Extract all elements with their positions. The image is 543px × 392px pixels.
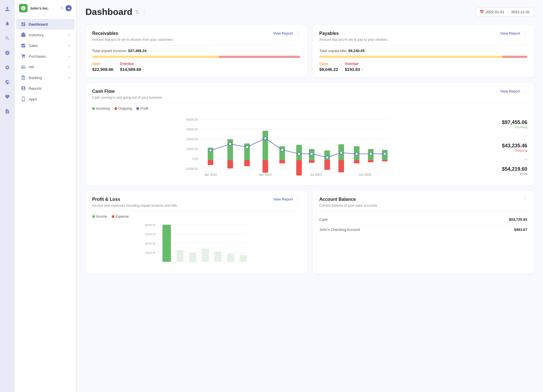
receivables-open-amount: $22,908.66 [92,67,113,72]
account-amount-checking: $493.67 [514,227,527,232]
payables-view-report[interactable]: View Report [500,31,520,35]
title-controls[interactable]: ⇅ ⋮ [135,9,147,15]
chevron-down-icon: ▾ [69,66,70,69]
pl-header: Profit & Loss View Report ⋮ [92,197,300,202]
chevron-down-icon: ▾ [69,33,70,37]
svg-point-39 [264,137,267,140]
account-row-checking: John's Checking Account $493.67 [319,225,527,235]
receivables-menu[interactable]: ⋮ [296,31,300,36]
nav-label-dashboard: Dashboard [29,22,70,26]
pl-subtitle: Income and expenses including unpaid inv… [92,204,300,208]
receivables-overdue-amount: $14,589.68 ▾ [120,67,144,72]
svg-rect-29 [338,160,344,172]
ab-menu[interactable]: ⋮ [523,197,527,202]
bell-icon[interactable] [3,19,12,28]
date-range-picker[interactable]: 📅 2022-01-01 - 2022-12-31 [475,7,534,17]
receivables-subtitle: Amount that you're yet to receive from y… [92,38,300,42]
globe-icon[interactable] [3,78,12,87]
sidebar-item-banking[interactable]: Banking ▾ [16,72,74,83]
cash-flow-menu[interactable]: ⋮ [523,89,527,94]
svg-text:20000.00: 20000.00 [186,138,198,141]
svg-point-42 [310,152,313,155]
svg-text:Oct 2022: Oct 2022 [359,173,372,176]
svg-point-43 [326,156,329,159]
outgoing-dot [114,107,117,110]
ab-header: Account Balance ⋮ [319,197,527,202]
expand-button[interactable]: ◀ [65,5,72,11]
sidebar: John's Inc. ⇅ ◀ Dashboard Inventory ▾ Sa… [15,0,76,392]
sidebar-item-apps[interactable]: Apps [16,94,74,104]
pl-legend: Income Expense [92,215,300,218]
receivables-overdue: Overdue $14,589.68 ▾ [120,62,144,72]
search-icon[interactable] [3,34,12,43]
svg-text:60000.00: 60000.00 [145,224,155,226]
profit-loss-card: Profit & Loss View Report ⋮ Income and e… [85,191,307,274]
svg-rect-13 [208,160,213,165]
document-icon[interactable] [3,107,12,116]
profit-stat: $54,219.60 Profit [491,166,527,175]
more-options-icon[interactable]: ⋮ [142,9,147,15]
svg-rect-23 [296,160,302,175]
main-header: Dashboard ⇅ ⋮ 📅 2022-01-01 - 2022-12-31 [85,7,534,17]
svg-rect-17 [244,160,250,166]
sort-icon[interactable]: ⇅ [135,9,139,15]
svg-rect-27 [324,160,330,170]
cash-flow-header: Cash Flow View Report ⋮ [92,89,527,94]
chart-legend: Incoming Outgoing Profit [92,107,486,111]
account-name-checking: John's Checking Account [319,227,360,232]
payables-subtitle: Amount that you're yet to pay to your ve… [319,38,527,42]
chart-side-stats: $97,455.06 Incoming — $43,235.46 Outgoin… [491,107,527,180]
account-row-cash: Cash $53,725.93 [319,215,527,225]
nav-label-reports: Reports [29,86,70,91]
settings-icon[interactable] [3,63,12,72]
svg-rect-61 [162,225,171,262]
sidebar-item-reports[interactable]: Reports [16,83,74,94]
payables-open-amount: $9,046.22 [319,67,338,72]
payables-overdue: Overdue $193.83 ▾ [345,62,363,72]
payables-card: Payables View Report ⋮ Amount that you'r… [313,25,534,77]
sidebar-item-hr[interactable]: HR ▾ [16,62,74,72]
nav-label-purchases: Purchases [29,54,66,58]
svg-point-44 [340,151,343,154]
cash-flow-view-report[interactable]: View Report [500,89,520,93]
bottom-cards: Profit & Loss View Report ⋮ Income and e… [85,191,534,274]
svg-text:30000.00: 30000.00 [186,128,198,131]
pl-menu[interactable]: ⋮ [296,197,300,202]
heart-icon[interactable] [3,92,12,101]
pl-view-report[interactable]: View Report [273,197,293,201]
payables-overdue-amount: $193.83 ▾ [345,67,363,72]
cash-flow-actions: View Report ⋮ [500,89,527,94]
sidebar-item-dashboard[interactable]: Dashboard [16,19,74,30]
receivables-view-report[interactable]: View Report [273,31,293,35]
svg-rect-35 [382,160,388,161]
date-start: 2022-01-01 [486,10,504,14]
date-separator: - [507,10,508,14]
chart-main: Incoming Outgoing Profit [92,107,486,180]
svg-rect-18 [263,131,268,160]
pl-title: Profit & Loss [92,197,120,202]
nav-label-inventory: Inventory [29,33,66,37]
overdue-dropdown-icon[interactable]: ▾ [361,68,363,71]
date-end: 2022-12-31 [511,10,530,14]
sidebar-item-sales[interactable]: Sales ▾ [16,40,74,51]
person-icon[interactable] [3,4,12,13]
company-switcher[interactable]: ⇅ [60,6,63,10]
svg-point-36 [209,149,212,152]
receivables-card: Receivables View Report ⋮ Amount that yo… [85,25,307,77]
sidebar-item-inventory[interactable]: Inventory ▾ [16,30,74,40]
ab-actions: ⋮ [523,197,527,202]
receivables-total: Total unpaid invoices: $37,498.34 [92,49,300,53]
sidebar-item-purchases[interactable]: Purchases ▾ [16,51,74,62]
svg-rect-15 [227,160,233,168]
svg-rect-21 [279,160,285,163]
receivables-overdue-bar [219,56,300,58]
svg-text:Jul 2022: Jul 2022 [310,173,322,176]
payables-total: Total unpaid bills: $9,240.05 [319,49,527,53]
add-icon[interactable] [3,48,12,57]
ab-subtitle: Current balance of your bank accounts [319,204,527,208]
outgoing-value: $43,235.46 [491,143,527,149]
chevron-down-icon: ▾ [69,76,70,79]
overdue-dropdown-icon[interactable]: ▾ [142,68,144,71]
payables-menu[interactable]: ⋮ [523,31,527,36]
receivables-open: Open $22,908.66 [92,62,113,72]
